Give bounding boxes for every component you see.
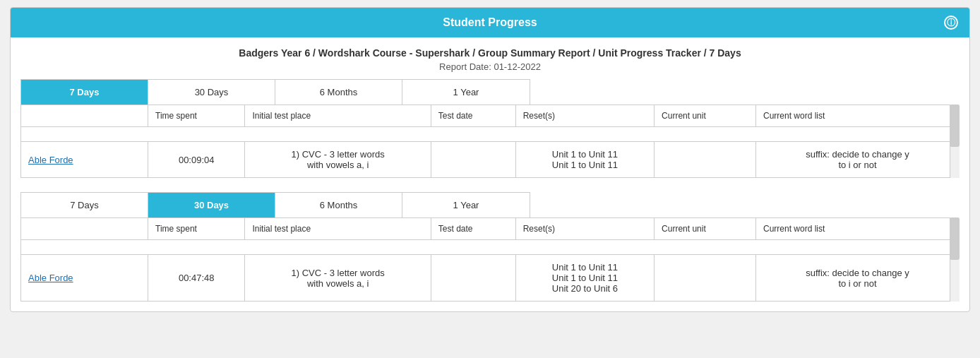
data-table-2: Time spent Initial test place Test date … xyxy=(20,217,960,302)
info-icon[interactable]: ⓘ xyxy=(944,16,958,30)
test-date-1 xyxy=(431,142,515,178)
report-block-2: 7 Days 30 Days 6 Months 1 Year Time spen… xyxy=(20,192,960,302)
col-unit-1: Current unit xyxy=(655,105,756,127)
student-link-2[interactable]: Able Forde xyxy=(28,273,73,283)
table-row: Able Forde 00:47:48 1) CVC - 3 letter wo… xyxy=(21,255,960,302)
col-initial-1: Initial test place xyxy=(245,105,431,127)
table-wrapper-2: Time spent Initial test place Test date … xyxy=(20,217,960,302)
breadcrumb-path: Badgers Year 6 / Wordshark Course - Supe… xyxy=(25,47,955,59)
two-blocks: 7 Days 30 Days 6 Months 1 Year Time spen… xyxy=(20,79,960,302)
table-spacer-row-2 xyxy=(21,240,960,255)
breadcrumb-date: Report Date: 01-12-2022 xyxy=(25,61,955,72)
tab-6months-1[interactable]: 6 Months xyxy=(275,80,402,105)
col-wordlist-2: Current word list xyxy=(756,218,960,240)
current-unit-1 xyxy=(655,142,756,178)
word-list-2: suffix: decide to change yto i or not xyxy=(756,255,960,302)
tab-bar-1: 7 Days 30 Days 6 Months 1 Year xyxy=(20,79,530,105)
tab-6months-2[interactable]: 6 Months xyxy=(275,193,402,217)
col-time-2: Time spent xyxy=(148,218,245,240)
col-wordlist-1: Current word list xyxy=(756,105,960,127)
tab-7days-2[interactable]: 7 Days xyxy=(21,193,148,217)
tab-7days-1[interactable]: 7 Days xyxy=(21,80,148,105)
time-spent-2: 00:47:48 xyxy=(148,255,245,302)
header: Student Progress ⓘ xyxy=(11,8,969,37)
initial-test-1: 1) CVC - 3 letter wordswith vowels a, i xyxy=(245,142,431,178)
word-list-1: suffix: decide to change yto i or not xyxy=(756,142,960,178)
tab-30days-1[interactable]: 30 Days xyxy=(148,80,275,105)
col-student-1 xyxy=(21,105,148,127)
scrollbar-thumb-2[interactable] xyxy=(950,217,960,260)
test-date-2 xyxy=(431,255,515,302)
student-name-1: Able Forde xyxy=(21,142,148,178)
table-header-row-1: Time spent Initial test place Test date … xyxy=(21,105,960,127)
initial-test-2: 1) CVC - 3 letter wordswith vowels a, i xyxy=(245,255,431,302)
col-student-2 xyxy=(21,218,148,240)
tab-30days-2[interactable]: 30 Days xyxy=(148,193,275,217)
breadcrumb-section: Badgers Year 6 / Wordshark Course - Supe… xyxy=(11,37,969,79)
content-area: 7 Days 30 Days 6 Months 1 Year Time spen… xyxy=(11,79,969,311)
col-time-1: Time spent xyxy=(148,105,245,127)
student-link-1[interactable]: Able Forde xyxy=(28,155,73,165)
current-unit-2 xyxy=(655,255,756,302)
table-wrapper-1: Time spent Initial test place Test date … xyxy=(20,105,960,178)
resets-2: Unit 1 to Unit 11Unit 1 to Unit 11Unit 2… xyxy=(515,255,654,302)
tab-bar-2: 7 Days 30 Days 6 Months 1 Year xyxy=(20,192,530,217)
header-title: Student Progress xyxy=(443,16,537,28)
col-testdate-1: Test date xyxy=(431,105,515,127)
student-name-2: Able Forde xyxy=(21,255,148,302)
col-initial-2: Initial test place xyxy=(245,218,431,240)
col-unit-2: Current unit xyxy=(655,218,756,240)
block-gap xyxy=(20,178,960,192)
scrollbar-track-1[interactable] xyxy=(950,105,960,178)
scrollbar-track-2[interactable] xyxy=(950,217,960,302)
time-spent-1: 00:09:04 xyxy=(148,142,245,178)
tab-1year-1[interactable]: 1 Year xyxy=(402,80,530,105)
resets-1: Unit 1 to Unit 11Unit 1 to Unit 11 xyxy=(515,142,654,178)
tab-1year-2[interactable]: 1 Year xyxy=(402,193,530,217)
col-testdate-2: Test date xyxy=(431,218,515,240)
table-header-row-2: Time spent Initial test place Test date … xyxy=(21,218,960,240)
data-table-1: Time spent Initial test place Test date … xyxy=(20,105,960,178)
report-block-1: 7 Days 30 Days 6 Months 1 Year Time spen… xyxy=(20,79,960,178)
col-resets-2: Reset(s) xyxy=(515,218,654,240)
scrollbar-thumb-1[interactable] xyxy=(950,105,960,147)
app-container: Student Progress ⓘ Badgers Year 6 / Word… xyxy=(10,7,970,312)
col-resets-1: Reset(s) xyxy=(515,105,654,127)
table-spacer-row-1 xyxy=(21,127,960,142)
table-row: Able Forde 00:09:04 1) CVC - 3 letter wo… xyxy=(21,142,960,178)
